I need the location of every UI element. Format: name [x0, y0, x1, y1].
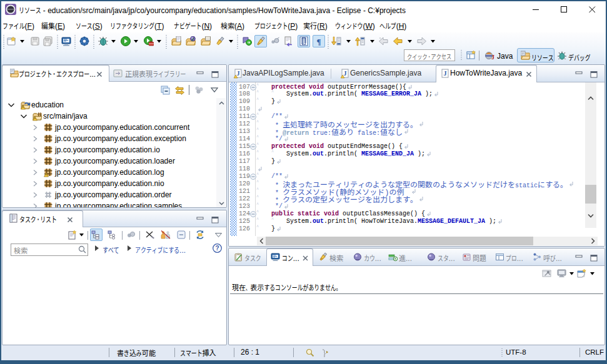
svg-text:?: ?	[215, 245, 219, 252]
svg-text:J: J	[237, 70, 240, 77]
svg-text:¶: ¶	[316, 37, 321, 46]
svg-text:J: J	[444, 70, 447, 77]
svg-text:J: J	[344, 70, 347, 77]
svg-text:J: J	[491, 54, 494, 61]
